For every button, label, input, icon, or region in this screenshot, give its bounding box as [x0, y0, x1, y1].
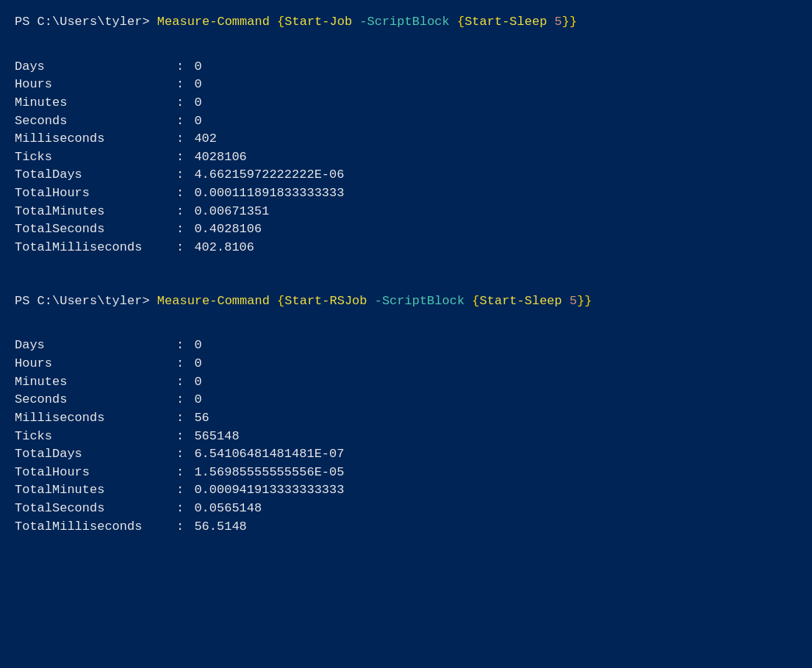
value-hours-2: 0	[187, 355, 201, 373]
label-totalseconds-1: TotalSeconds	[15, 220, 176, 239]
value-days-2: 0	[187, 337, 201, 355]
output-block-2: Days : 0 Hours : 0 Minutes : 0 Seconds :…	[15, 337, 797, 536]
label-minutes-2: Minutes	[15, 373, 176, 392]
table-row: TotalMinutes : 0.000941913333333333	[15, 481, 797, 500]
label-totalmilliseconds-1: TotalMilliseconds	[15, 239, 176, 257]
table-row: Days : 0	[15, 58, 797, 76]
value-totaldays-2: 6.54106481481481E-07	[187, 445, 344, 464]
table-row: TotalHours : 0.000111891833333333	[15, 184, 797, 203]
table-row: Seconds : 0	[15, 391, 797, 409]
cmd-startsleep-2: Start-Sleep	[480, 294, 570, 308]
label-ticks-2: Ticks	[15, 428, 176, 446]
value-ticks-2: 565148	[187, 428, 239, 446]
label-totalseconds-2: TotalSeconds	[15, 500, 176, 518]
table-row: Ticks : 565148	[15, 428, 797, 446]
brace-open-2a: {	[277, 294, 284, 308]
brace-open-1a: {	[277, 15, 284, 29]
label-totalhours-1: TotalHours	[15, 184, 176, 203]
label-hours-2: Hours	[15, 355, 176, 373]
table-row: TotalMilliseconds : 402.8106	[15, 239, 797, 257]
value-totalseconds-2: 0.0565148	[187, 500, 262, 518]
label-hours-1: Hours	[15, 76, 176, 94]
label-seconds-2: Seconds	[15, 391, 176, 409]
brace-open-1b: {	[457, 15, 464, 29]
cmd-val-2: 5	[570, 294, 577, 308]
cmd-scriptblock-1: -ScriptBlock	[359, 15, 457, 29]
table-row: Milliseconds : 56	[15, 409, 797, 428]
value-seconds-1: 0	[187, 112, 201, 131]
table-row: Ticks : 4028106	[15, 148, 797, 167]
cmd-measure-1: Measure-Command	[157, 15, 277, 29]
cmd-scriptblock-2: -ScriptBlock	[375, 294, 473, 308]
label-totalminutes-1: TotalMinutes	[15, 203, 176, 221]
brace-close-2: }}	[577, 294, 592, 308]
table-row: Milliseconds : 402	[15, 130, 797, 148]
cmd-val-1: 5	[555, 15, 562, 29]
value-totaldays-1: 4.66215972222222E-06	[187, 166, 344, 184]
spacer-1b	[15, 279, 797, 292]
cmd-measure-2: Measure-Command	[157, 294, 277, 308]
label-totalhours-2: TotalHours	[15, 464, 176, 482]
label-ticks-1: Ticks	[15, 148, 176, 167]
value-milliseconds-1: 402	[187, 130, 217, 148]
table-row: TotalMilliseconds : 56.5148	[15, 518, 797, 536]
spacer-1a	[15, 45, 797, 58]
cmd-startjob: Start-Job	[284, 15, 359, 29]
cmd-startsleep-1: Start-Sleep	[464, 15, 554, 29]
value-totalminutes-2: 0.000941913333333333	[187, 481, 344, 500]
label-totaldays-1: TotalDays	[15, 166, 176, 184]
value-days-1: 0	[187, 58, 201, 76]
table-row: Hours : 0	[15, 76, 797, 94]
table-row: Minutes : 0	[15, 373, 797, 392]
value-totalmilliseconds-2: 56.5148	[187, 518, 247, 536]
cmd-startrsjob: Start-RSJob	[284, 294, 374, 308]
label-totalminutes-2: TotalMinutes	[15, 481, 176, 500]
value-hours-1: 0	[187, 76, 201, 94]
output-block-1: Days : 0 Hours : 0 Minutes : 0 Seconds :…	[15, 58, 797, 257]
table-row: TotalSeconds : 0.0565148	[15, 500, 797, 518]
value-minutes-1: 0	[187, 94, 201, 112]
brace-close-1: }}	[562, 15, 577, 29]
ps-prompt-2: PS C:\Users\tyler>	[15, 294, 157, 308]
table-row: Days : 0	[15, 337, 797, 355]
value-totalmilliseconds-1: 402.8106	[187, 239, 254, 257]
table-row: TotalMinutes : 0.00671351	[15, 203, 797, 221]
label-seconds-1: Seconds	[15, 112, 176, 131]
table-row: Minutes : 0	[15, 94, 797, 112]
label-milliseconds-2: Milliseconds	[15, 409, 176, 428]
prompt-line-2: PS C:\Users\tyler> Measure-Command {Star…	[15, 292, 797, 311]
table-row: TotalDays : 4.66215972222222E-06	[15, 166, 797, 184]
ps-prompt-1: PS C:\Users\tyler>	[15, 15, 157, 29]
label-totalmilliseconds-2: TotalMilliseconds	[15, 518, 176, 536]
label-milliseconds-1: Milliseconds	[15, 130, 176, 148]
value-milliseconds-2: 56	[187, 409, 209, 428]
label-totaldays-2: TotalDays	[15, 445, 176, 464]
brace-open-2b: {	[472, 294, 479, 308]
table-row: TotalDays : 6.54106481481481E-07	[15, 445, 797, 464]
terminal: PS C:\Users\tyler> Measure-Command {Star…	[15, 13, 797, 536]
value-seconds-2: 0	[187, 391, 201, 409]
value-totalhours-2: 1.56985555555556E-05	[187, 464, 344, 482]
table-row: Hours : 0	[15, 355, 797, 373]
label-days-2: Days	[15, 337, 176, 355]
prompt-line-1: PS C:\Users\tyler> Measure-Command {Star…	[15, 13, 797, 32]
value-totalhours-1: 0.000111891833333333	[187, 184, 344, 203]
spacer-2a	[15, 323, 797, 337]
table-row: TotalHours : 1.56985555555556E-05	[15, 464, 797, 482]
value-minutes-2: 0	[187, 373, 201, 392]
table-row: TotalSeconds : 0.4028106	[15, 220, 797, 239]
value-totalseconds-1: 0.4028106	[187, 220, 262, 239]
label-minutes-1: Minutes	[15, 94, 176, 112]
value-totalminutes-1: 0.00671351	[187, 203, 269, 221]
value-ticks-1: 4028106	[187, 148, 247, 167]
table-row: Seconds : 0	[15, 112, 797, 131]
label-days-1: Days	[15, 58, 176, 76]
